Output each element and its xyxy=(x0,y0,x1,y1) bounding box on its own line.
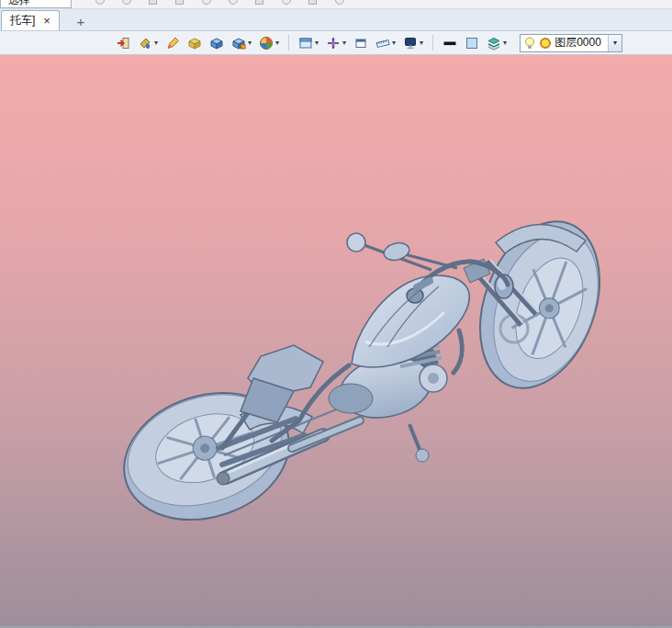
chevron-down-icon[interactable]: ▾ xyxy=(315,39,319,47)
exit-button[interactable] xyxy=(114,33,132,53)
small-window-icon xyxy=(353,36,368,50)
viewport-window-icon xyxy=(298,36,313,50)
selection-filter-box[interactable]: 选择 xyxy=(0,0,72,8)
undo-icon[interactable] xyxy=(202,0,211,5)
cube-options-icon xyxy=(231,36,246,50)
tool-icon[interactable] xyxy=(149,0,157,5)
chevron-down-icon[interactable]: ▾ xyxy=(342,39,346,47)
document-tab-motorcycle[interactable]: 托车] × xyxy=(1,10,60,30)
material-paint-icon xyxy=(138,36,152,50)
display-icon xyxy=(403,36,418,50)
help-icon[interactable] xyxy=(95,0,105,5)
layer-combo[interactable]: 图层0000 ▾ xyxy=(520,34,622,52)
fuel-tank xyxy=(352,275,469,367)
document-tab-bar: 托车] × + xyxy=(0,9,672,31)
chevron-down-icon[interactable]: ▾ xyxy=(608,35,622,51)
info-icon[interactable] xyxy=(122,0,131,5)
layer-visibility-bulb-icon xyxy=(523,36,536,50)
close-tab-icon[interactable]: × xyxy=(43,15,50,27)
toolbar-separator xyxy=(288,35,289,50)
tab-label: 托车] xyxy=(10,13,35,28)
chevron-down-icon[interactable]: ▾ xyxy=(392,39,396,47)
pencil-icon xyxy=(165,36,180,50)
chevron-down-icon[interactable]: ▾ xyxy=(420,39,423,47)
exit-icon xyxy=(116,36,130,50)
tool-icon[interactable] xyxy=(308,0,317,5)
cube-icon xyxy=(209,36,224,50)
toolbar-separator xyxy=(432,35,433,50)
ruler-icon xyxy=(375,36,390,50)
redo-icon[interactable] xyxy=(229,0,238,5)
tool-icon[interactable] xyxy=(335,0,344,5)
cad-window: 选择 托车] × + ▾ xyxy=(0,0,672,628)
render-style-button[interactable]: ▾ xyxy=(257,33,281,53)
color-swatch-icon xyxy=(465,36,479,50)
main-toolbar-clipped: 选择 xyxy=(0,0,672,9)
layer-color-icon xyxy=(539,37,552,50)
chevron-down-icon[interactable]: ▾ xyxy=(154,39,158,47)
selection-filter-label: 选择 xyxy=(8,0,30,6)
chevron-down-icon[interactable]: ▾ xyxy=(503,39,507,47)
cube-view-button[interactable] xyxy=(207,33,226,53)
cube-options-button[interactable]: ▾ xyxy=(230,33,253,53)
move-origin-button[interactable]: ▾ xyxy=(324,33,348,53)
new-tab-button[interactable]: + xyxy=(71,13,91,30)
open-box-button[interactable] xyxy=(185,33,204,53)
mirrors xyxy=(347,233,457,270)
material-layers-icon xyxy=(487,36,501,50)
tool-icon[interactable] xyxy=(255,0,263,5)
line-width-button[interactable] xyxy=(441,33,459,53)
move-origin-icon xyxy=(326,36,341,50)
layer-name: 图层0000 xyxy=(554,35,605,50)
display-settings-button[interactable]: ▾ xyxy=(401,33,425,53)
motorcycle-3d-model xyxy=(0,55,672,628)
foot-pedal xyxy=(409,424,429,462)
open-box-icon xyxy=(187,36,202,50)
3d-viewport[interactable] xyxy=(0,55,672,626)
chevron-down-icon[interactable]: ▾ xyxy=(248,39,252,47)
color-wheel-icon xyxy=(259,36,274,50)
small-window-button[interactable] xyxy=(352,33,370,53)
rotate-icon[interactable] xyxy=(282,0,291,5)
measure-ruler-button[interactable]: ▾ xyxy=(374,33,398,53)
viewport-window-button[interactable]: ▾ xyxy=(297,33,320,53)
chevron-down-icon[interactable]: ▾ xyxy=(275,39,279,47)
sketch-pencil-button[interactable] xyxy=(163,33,182,53)
color-swatch-button[interactable] xyxy=(463,33,481,53)
material-layers-button[interactable]: ▾ xyxy=(485,33,509,53)
line-width-icon xyxy=(442,36,457,50)
tool-icon[interactable] xyxy=(175,0,184,5)
material-paint-button[interactable]: ▾ xyxy=(136,33,160,53)
view-toolbar: ▾ xyxy=(0,31,672,55)
